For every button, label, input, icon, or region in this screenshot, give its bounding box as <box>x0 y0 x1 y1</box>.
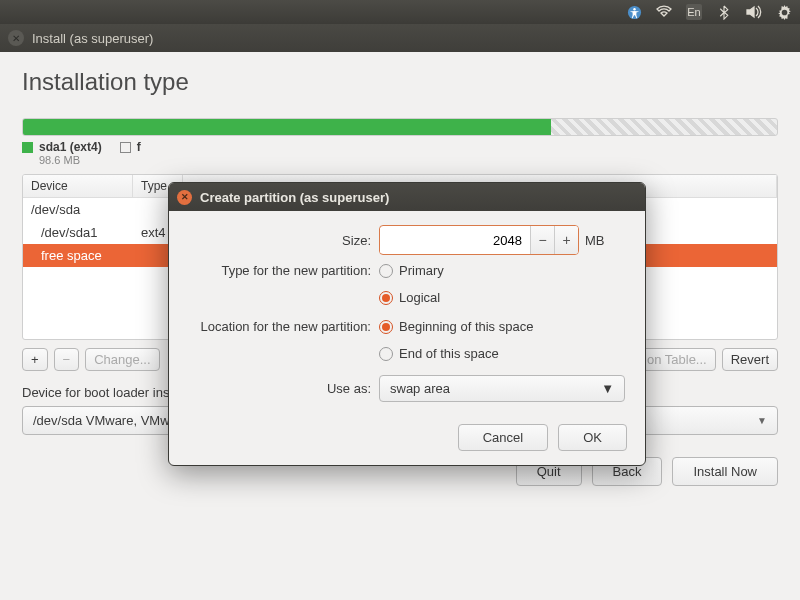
wifi-icon[interactable] <box>656 4 672 20</box>
size-increment[interactable]: + <box>554 226 578 254</box>
size-decrement[interactable]: − <box>530 226 554 254</box>
window-title-text: Install (as superuser) <box>32 31 153 46</box>
install-now-button[interactable]: Install Now <box>672 457 778 486</box>
useas-value: swap area <box>390 381 450 396</box>
change-partition-button[interactable]: Change... <box>85 348 159 371</box>
radio-end[interactable]: End of this space <box>379 346 499 361</box>
legend-label-free: f <box>137 140 141 154</box>
dialog-titlebar: ✕ Create partition (as superuser) <box>169 183 645 211</box>
disk-usage-bar <box>22 118 778 136</box>
type-label: Type for the new partition: <box>179 263 379 278</box>
page-title: Installation type <box>22 68 778 96</box>
radio-logical[interactable]: Logical <box>379 290 440 305</box>
size-label: Size: <box>179 233 379 248</box>
legend-swatch-free <box>120 142 131 153</box>
create-partition-dialog: ✕ Create partition (as superuser) Size: … <box>168 182 646 466</box>
dialog-title-text: Create partition (as superuser) <box>200 190 389 205</box>
system-top-bar: En <box>0 0 800 24</box>
size-input[interactable] <box>380 228 530 253</box>
dialog-ok-button[interactable]: OK <box>558 424 627 451</box>
location-label: Location for the new partition: <box>179 319 379 334</box>
svg-point-1 <box>633 8 635 10</box>
useas-select[interactable]: swap area ▼ <box>379 375 625 402</box>
size-spinner: − + <box>379 225 579 255</box>
volume-icon[interactable] <box>746 4 762 20</box>
disk-segment-sda1 <box>23 119 551 135</box>
legend-label-sda1: sda1 (ext4) <box>39 140 102 154</box>
accessibility-icon[interactable] <box>626 4 642 20</box>
radio-primary[interactable]: Primary <box>379 263 444 278</box>
dialog-close-icon[interactable]: ✕ <box>177 190 192 205</box>
chevron-down-icon: ▼ <box>757 415 767 426</box>
dialog-cancel-button[interactable]: Cancel <box>458 424 548 451</box>
col-header-device[interactable]: Device <box>23 175 133 197</box>
window-close-icon[interactable]: ✕ <box>8 30 24 46</box>
revert-button[interactable]: Revert <box>722 348 778 371</box>
legend-size-sda1: 98.6 MB <box>39 154 102 166</box>
radio-beginning[interactable]: Beginning of this space <box>379 319 533 334</box>
legend-swatch-sda1 <box>22 142 33 153</box>
size-unit: MB <box>585 233 605 248</box>
keyboard-layout-indicator[interactable]: En <box>686 4 702 20</box>
add-partition-button[interactable]: + <box>22 348 48 371</box>
disk-legend: sda1 (ext4) 98.6 MB f <box>22 140 778 166</box>
useas-label: Use as: <box>179 381 379 396</box>
remove-partition-button[interactable]: − <box>54 348 80 371</box>
settings-gear-icon[interactable] <box>776 4 792 20</box>
bluetooth-icon[interactable] <box>716 4 732 20</box>
window-titlebar: ✕ Install (as superuser) <box>0 24 800 52</box>
chevron-down-icon: ▼ <box>601 381 614 396</box>
